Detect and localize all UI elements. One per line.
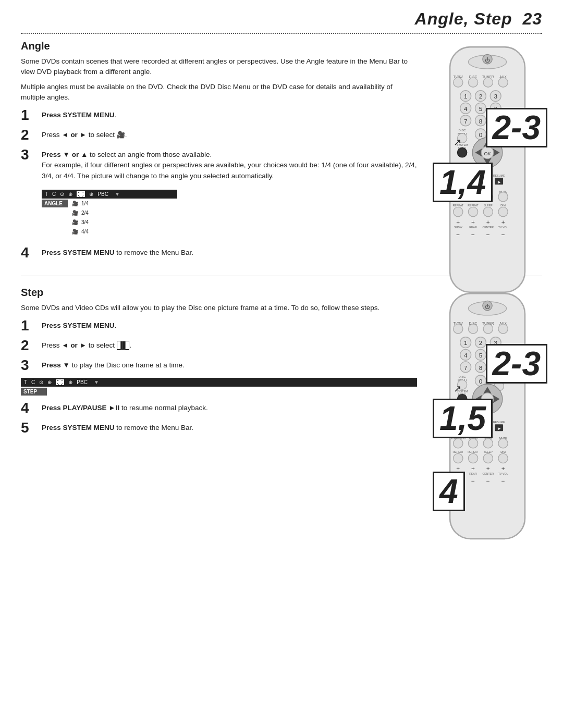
svg-point-10	[483, 78, 493, 87]
angle-step-1: 1 Press SYSTEM MENU.	[21, 108, 417, 122]
step-4-step-content: Press PLAY/PAUSE ►II to resume normal pl…	[42, 401, 208, 413]
angle-menu-bar: T C ⊙ ⊕ ⛶ ⊕ PBC ▼	[42, 190, 177, 199]
angle-step-3: 3 Press ▼ or ▲ to select an angle from t…	[21, 147, 417, 181]
svg-point-11	[498, 78, 508, 87]
step-remote-area: 2-3 1,5 4 ⏻ TV/AV DISC TUNER AUX	[427, 287, 542, 547]
step-step-number-2: 2	[21, 338, 38, 353]
tab-search: ⊕	[68, 191, 72, 197]
svg-text:CENTER: CENTER	[483, 472, 494, 475]
page-title: Angle, Step 23	[0, 0, 563, 29]
svg-point-149	[483, 438, 493, 448]
step-3-content: Press ▼ or ▲ to select an angle from tho…	[42, 147, 417, 181]
svg-text:TV VOL: TV VOL	[498, 226, 508, 229]
step-1-content: Press SYSTEM MENU.	[42, 108, 116, 120]
svg-point-96	[483, 324, 493, 334]
svg-text:2: 2	[479, 93, 483, 100]
step-1-rest: .	[115, 111, 117, 119]
svg-text:TV VOL: TV VOL	[498, 472, 508, 475]
svg-text:4: 4	[464, 105, 468, 112]
angle-opt-2: 🎥 2/4	[72, 209, 89, 217]
page-number: 23	[522, 9, 542, 28]
step-3-detail: For example, if four different angles or…	[42, 161, 417, 179]
step-3-step-bold: Press ▼	[42, 361, 70, 369]
step-number-3: 3	[21, 147, 38, 162]
svg-text:REPEAT: REPEAT	[453, 204, 464, 207]
section-divider	[21, 33, 542, 34]
svg-point-156	[454, 453, 463, 463]
tab-settings: ⊙	[60, 191, 64, 197]
svg-text:DISC: DISC	[459, 129, 467, 132]
step-2-content: Press ◄ or ► to select 🎥.	[42, 128, 127, 140]
svg-text:7: 7	[464, 118, 468, 125]
svg-text:CENTER: CENTER	[483, 226, 494, 229]
svg-text:OK: OK	[484, 151, 491, 156]
step-steps-list: 1 Press SYSTEM MENU. 2 Press ◄ or ► to s…	[21, 318, 417, 373]
svg-text:−: −	[486, 477, 490, 484]
svg-text:+: +	[486, 218, 490, 225]
svg-point-147	[454, 438, 463, 448]
angle-options: 🎥 1/4 🎥 2/4 🎥 3/4 🎥 4/4	[72, 200, 89, 237]
angle-label: ANGLE	[42, 200, 68, 207]
svg-text:SLEEP: SLEEP	[484, 450, 493, 453]
step-step-number-5: 5	[21, 421, 38, 435]
svg-text:−: −	[456, 231, 460, 238]
step-5-step-content: Press SYSTEM MENU to remove the Menu Bar…	[42, 421, 193, 433]
angle-opt-4: 🎥 4/4	[72, 228, 89, 236]
angle-step4-list: 4 Press SYSTEM MENU to remove the Menu B…	[21, 245, 417, 260]
svg-text:RESUME: RESUME	[493, 420, 505, 423]
svg-text:5: 5	[479, 352, 483, 359]
svg-text:+: +	[501, 465, 505, 472]
angle-remote-container: 2-3 1,4 ⏻ TV/AV DISC TUNER AUX	[427, 40, 542, 259]
svg-text:0: 0	[479, 131, 483, 138]
step-section-text: Step Some DVDs and Video CDs will allow …	[21, 287, 427, 547]
step-menu-bar-container: T C ⊙ ⊕ ⛶ ⊕ PBC ▼ STEP	[21, 378, 417, 396]
step-tab-settings: ⊙	[39, 379, 43, 385]
step-icon: ▐▌	[117, 341, 129, 350]
step-step-3: 3 Press ▼ to play the Disc one frame at …	[21, 358, 417, 373]
svg-point-9	[468, 78, 478, 87]
svg-text:1: 1	[464, 339, 468, 346]
svg-point-159	[498, 453, 508, 463]
tab-plus: ⊕	[89, 191, 93, 197]
step-tab-T: T	[24, 379, 27, 385]
svg-text:DIM: DIM	[500, 204, 506, 207]
svg-point-158	[483, 453, 493, 463]
step-badge-2-3: 2-3	[486, 344, 548, 384]
svg-text:RESUME: RESUME	[493, 174, 505, 177]
svg-text:−: −	[501, 477, 505, 484]
svg-text:2: 2	[479, 339, 483, 346]
tab-arrow-down: ▼	[115, 191, 120, 197]
step-tab-pbc: PBC	[77, 379, 88, 385]
svg-text:−: −	[471, 477, 475, 484]
svg-point-8	[454, 78, 463, 87]
angle-intro-p2: Multiple angles must be available on the…	[21, 82, 417, 103]
title-text: Angle, Step	[415, 9, 512, 28]
step-menu-bar: T C ⊙ ⊕ ⛶ ⊕ PBC ▼	[21, 378, 417, 387]
svg-text:5: 5	[479, 105, 483, 112]
angle-intro-p1: Some DVDs contain scenes that were recor…	[21, 56, 417, 78]
svg-text:SUBW: SUBW	[454, 226, 462, 229]
angle-icon: 🎥	[117, 131, 125, 139]
angle-section: Angle Some DVDs contain scenes that were…	[0, 40, 563, 265]
step-step-number-1: 1	[21, 318, 38, 333]
svg-text:+: +	[456, 218, 460, 225]
svg-text:+: +	[456, 465, 460, 472]
angle-opt-3: 🎥 3/4	[72, 218, 89, 227]
svg-text:8: 8	[479, 364, 483, 371]
angle-remote-area: 2-3 1,4 ⏻ TV/AV DISC TUNER AUX	[427, 40, 542, 265]
step-step-number-3: 3	[21, 358, 38, 373]
svg-point-148	[468, 438, 478, 448]
svg-text:+: +	[486, 465, 490, 472]
camera-icon-2: 🎥	[72, 209, 78, 217]
svg-text:DISC: DISC	[459, 375, 467, 378]
angle-menu-bar-container: T C ⊙ ⊕ ⛶ ⊕ PBC ▼ ANGLE 🎥 1/4 🎥	[42, 190, 177, 237]
step-1-bold: Press SYSTEM MENU	[42, 111, 115, 119]
step-remote-container: 2-3 1,5 4 ⏻ TV/AV DISC TUNER AUX	[427, 287, 542, 547]
step-tab-arrow-down: ▼	[94, 379, 99, 385]
step-4-angle-content: Press SYSTEM MENU to remove the Menu Bar…	[42, 245, 193, 258]
svg-text:+: +	[471, 465, 475, 472]
svg-text:DIM: DIM	[500, 450, 506, 453]
step-steps-4-5: 4 Press PLAY/PAUSE ►II to resume normal …	[21, 401, 417, 435]
svg-text:REAR: REAR	[469, 472, 477, 475]
svg-text:|►: |►	[496, 426, 501, 430]
